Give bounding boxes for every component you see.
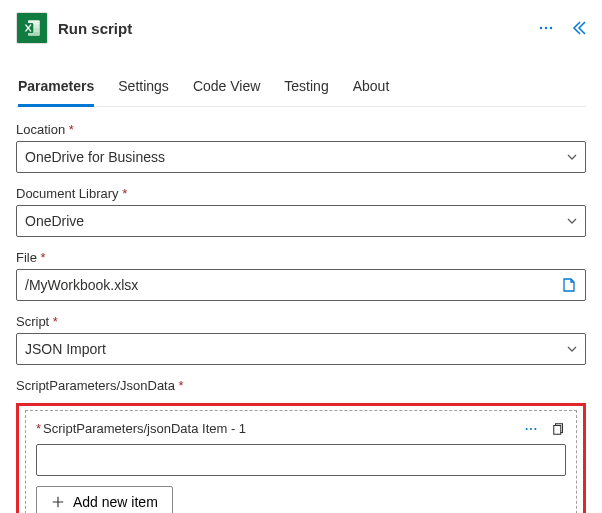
script-value: JSON Import	[25, 341, 106, 357]
svg-point-7	[545, 27, 547, 29]
svg-rect-13	[554, 425, 561, 434]
library-select[interactable]: OneDrive	[16, 205, 586, 237]
folder-picker-icon[interactable]	[561, 277, 577, 293]
svg-point-11	[534, 427, 536, 429]
chevron-down-icon	[567, 344, 577, 354]
location-value: OneDrive for Business	[25, 149, 165, 165]
file-input[interactable]: /MyWorkbook.xlsx	[16, 269, 586, 301]
library-value: OneDrive	[25, 213, 84, 229]
script-select[interactable]: JSON Import	[16, 333, 586, 365]
jsondata-item-label: *ScriptParameters/jsonData Item - 1	[36, 421, 524, 436]
collapse-icon[interactable]	[570, 20, 586, 36]
location-label: Location *	[16, 122, 74, 137]
library-label: Document Library *	[16, 186, 127, 201]
svg-point-8	[550, 27, 552, 29]
script-label: Script *	[16, 314, 58, 329]
add-new-item-button[interactable]: Add new item	[36, 486, 173, 513]
tab-about[interactable]: About	[353, 70, 390, 107]
more-icon[interactable]	[538, 20, 554, 36]
jsondata-container: *ScriptParameters/jsonData Item - 1 Add …	[25, 410, 577, 513]
tab-code-view[interactable]: Code View	[193, 70, 260, 107]
excel-icon	[16, 12, 48, 44]
jsondata-item-input[interactable]	[36, 444, 566, 476]
jsondata-highlight: *ScriptParameters/jsonData Item - 1 Add …	[16, 403, 586, 513]
svg-point-9	[526, 427, 528, 429]
svg-point-10	[530, 427, 532, 429]
tab-testing[interactable]: Testing	[284, 70, 328, 107]
file-label: File *	[16, 250, 46, 265]
plus-icon	[51, 495, 65, 509]
file-value: /MyWorkbook.xlsx	[25, 277, 138, 293]
location-select[interactable]: OneDrive for Business	[16, 141, 586, 173]
tab-settings[interactable]: Settings	[118, 70, 169, 107]
svg-point-6	[540, 27, 542, 29]
card-title: Run script	[58, 20, 528, 37]
tabs-bar: Parameters Settings Code View Testing Ab…	[16, 70, 586, 107]
copy-icon[interactable]	[552, 422, 566, 436]
chevron-down-icon	[567, 152, 577, 162]
add-new-item-label: Add new item	[73, 494, 158, 510]
tab-parameters[interactable]: Parameters	[18, 70, 94, 107]
chevron-down-icon	[567, 216, 577, 226]
jsondata-section-label: ScriptParameters/JsonData *	[16, 378, 184, 393]
item-more-icon[interactable]	[524, 422, 538, 436]
